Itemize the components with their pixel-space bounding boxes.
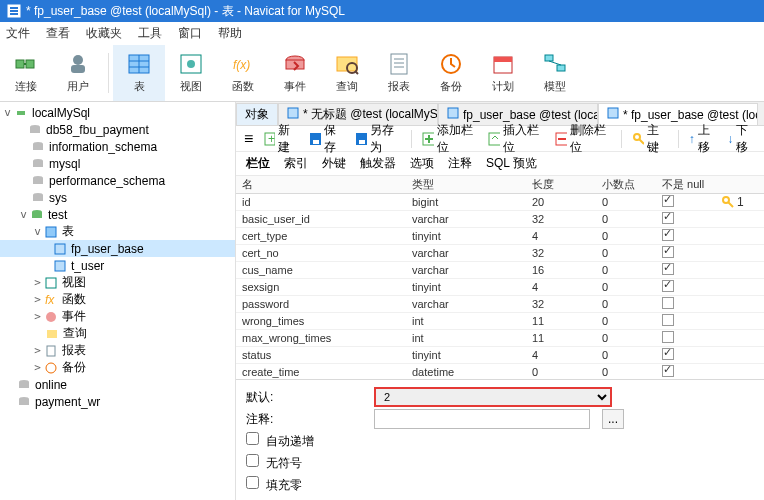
- tree-table-fp_user_base[interactable]: fp_user_base: [0, 240, 235, 257]
- cell-dec[interactable]: 0: [596, 329, 656, 346]
- rb-view[interactable]: 视图: [165, 45, 217, 101]
- tb-save[interactable]: 保存: [309, 122, 345, 156]
- rb-query[interactable]: 查询: [321, 45, 373, 101]
- cell-dec[interactable]: 0: [596, 193, 656, 210]
- tree-db-db58[interactable]: db58_fbu_payment: [0, 121, 235, 138]
- cell-nn[interactable]: [656, 295, 716, 312]
- cell-name[interactable]: basic_user_id: [236, 210, 406, 227]
- cell-nn[interactable]: [656, 278, 716, 295]
- rb-schedule[interactable]: 计划: [477, 45, 529, 101]
- col-dec[interactable]: 小数点: [596, 176, 656, 193]
- tb-new[interactable]: +新建: [263, 122, 299, 156]
- cell-name[interactable]: create_time: [236, 363, 406, 379]
- tree-test-backups[interactable]: >备份: [0, 359, 235, 376]
- cell-name[interactable]: cert_no: [236, 244, 406, 261]
- tree-db-test[interactable]: vtest: [0, 206, 235, 223]
- col-nn[interactable]: 不是 null: [656, 176, 716, 193]
- cell-key[interactable]: [716, 312, 764, 329]
- cell-nn[interactable]: [656, 261, 716, 278]
- field-row[interactable]: statustinyint40: [236, 346, 764, 363]
- field-row[interactable]: basic_user_idvarchar320: [236, 210, 764, 227]
- menu-tools[interactable]: 工具: [138, 25, 162, 42]
- cell-type[interactable]: int: [406, 312, 526, 329]
- cell-key[interactable]: 1: [716, 193, 764, 210]
- cell-type[interactable]: tinyint: [406, 278, 526, 295]
- cell-type[interactable]: varchar: [406, 261, 526, 278]
- cell-name[interactable]: cert_type: [236, 227, 406, 244]
- cell-dec[interactable]: 0: [596, 363, 656, 379]
- prop-comment-more[interactable]: ...: [602, 409, 624, 429]
- cell-dec[interactable]: 0: [596, 261, 656, 278]
- cell-nn[interactable]: [656, 312, 716, 329]
- subtab-fk[interactable]: 外键: [322, 155, 346, 172]
- cell-len[interactable]: 32: [526, 244, 596, 261]
- cell-key[interactable]: [716, 227, 764, 244]
- tree-test-queries[interactable]: 查询: [0, 325, 235, 342]
- col-type[interactable]: 类型: [406, 176, 526, 193]
- cell-nn[interactable]: [656, 346, 716, 363]
- cell-key[interactable]: [716, 346, 764, 363]
- tree-table-t_user[interactable]: t_user: [0, 257, 235, 274]
- connection-tree[interactable]: vlocalMySql db58_fbu_payment information…: [0, 102, 236, 500]
- cell-len[interactable]: 0: [526, 363, 596, 379]
- cell-len[interactable]: 4: [526, 227, 596, 244]
- cell-dec[interactable]: 0: [596, 312, 656, 329]
- cell-name[interactable]: id: [236, 193, 406, 210]
- prop-autoinc[interactable]: 自动递增: [246, 432, 314, 450]
- menu-window[interactable]: 窗口: [178, 25, 202, 42]
- tree-db-sys[interactable]: sys: [0, 189, 235, 206]
- cell-nn[interactable]: [656, 210, 716, 227]
- tree-conn-localmysql[interactable]: vlocalMySql: [0, 104, 235, 121]
- tree-test-events[interactable]: >事件: [0, 308, 235, 325]
- col-key[interactable]: [716, 176, 764, 193]
- cell-len[interactable]: 11: [526, 312, 596, 329]
- rb-table[interactable]: 表: [113, 45, 165, 101]
- cell-key[interactable]: [716, 295, 764, 312]
- cell-key[interactable]: [716, 261, 764, 278]
- rb-event[interactable]: 事件: [269, 45, 321, 101]
- field-row[interactable]: wrong_timesint110: [236, 312, 764, 329]
- tb-pk[interactable]: 主键: [632, 122, 668, 156]
- prop-zerofill[interactable]: 填充零: [246, 476, 302, 494]
- cell-name[interactable]: max_wrong_times: [236, 329, 406, 346]
- prop-comment-input[interactable]: [374, 409, 590, 429]
- menu-file[interactable]: 文件: [6, 25, 30, 42]
- tree-db-mysql[interactable]: mysql: [0, 155, 235, 172]
- rb-connect[interactable]: 连接: [0, 45, 52, 101]
- cell-key[interactable]: [716, 244, 764, 261]
- tree-db-perf-schema[interactable]: performance_schema: [0, 172, 235, 189]
- tb-add-col[interactable]: 添加栏位: [422, 122, 479, 156]
- cell-type[interactable]: tinyint: [406, 346, 526, 363]
- rb-func[interactable]: f(x)函数: [217, 45, 269, 101]
- cell-len[interactable]: 16: [526, 261, 596, 278]
- tree-db-online[interactable]: online: [0, 376, 235, 393]
- tb-menu[interactable]: ≡: [244, 130, 253, 148]
- tree-test-reports[interactable]: >报表: [0, 342, 235, 359]
- field-row[interactable]: cert_novarchar320: [236, 244, 764, 261]
- cell-name[interactable]: sexsign: [236, 278, 406, 295]
- cell-type[interactable]: tinyint: [406, 227, 526, 244]
- cell-name[interactable]: status: [236, 346, 406, 363]
- cell-type[interactable]: varchar: [406, 244, 526, 261]
- field-row[interactable]: cus_namevarchar160: [236, 261, 764, 278]
- cell-dec[interactable]: 0: [596, 295, 656, 312]
- menu-help[interactable]: 帮助: [218, 25, 242, 42]
- cell-len[interactable]: 4: [526, 278, 596, 295]
- rb-backup[interactable]: 备份: [425, 45, 477, 101]
- tree-test-tables[interactable]: v表: [0, 223, 235, 240]
- cell-type[interactable]: datetime: [406, 363, 526, 379]
- menu-view[interactable]: 查看: [46, 25, 70, 42]
- rb-model[interactable]: 模型: [529, 45, 581, 101]
- subtab-sqlpreview[interactable]: SQL 预览: [486, 155, 537, 172]
- col-len[interactable]: 长度: [526, 176, 596, 193]
- tb-down[interactable]: ↓下移: [727, 122, 756, 156]
- tree-db-payment-wr[interactable]: payment_wr: [0, 393, 235, 410]
- tree-test-views[interactable]: >视图: [0, 274, 235, 291]
- field-row[interactable]: create_timedatetime00: [236, 363, 764, 379]
- cell-nn[interactable]: [656, 329, 716, 346]
- field-row[interactable]: cert_typetinyint40: [236, 227, 764, 244]
- cell-dec[interactable]: 0: [596, 227, 656, 244]
- cell-dec[interactable]: 0: [596, 244, 656, 261]
- fields-grid[interactable]: 名 类型 长度 小数点 不是 null idbigint2001basic_us…: [236, 176, 764, 379]
- tb-ins-col[interactable]: 插入栏位: [488, 122, 545, 156]
